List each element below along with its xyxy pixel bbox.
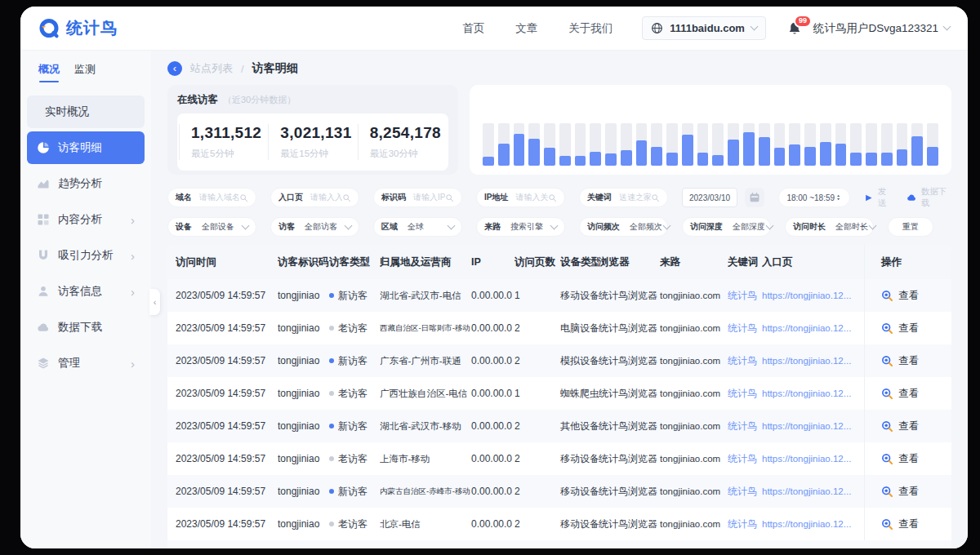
entry-page-link[interactable]: https://tongjiniao.12... — [762, 388, 864, 398]
view-button[interactable]: 查看 — [898, 289, 919, 303]
visitor-type-dot — [329, 391, 334, 396]
filter-label: 域名 — [176, 192, 192, 203]
sidebar-item[interactable]: 实时概况 — [27, 95, 145, 128]
main-content: ‹ 站点列表 / 访客明细 在线访客 （近30分钟数据） 1,311,512 — [151, 51, 968, 548]
select-filter[interactable]: 访问深度 全部深度 — [682, 217, 771, 237]
entry-page-link[interactable]: https://tongjiniao.12... — [762, 291, 864, 300]
bar-track — [743, 123, 755, 166]
bar-track — [820, 123, 831, 166]
col-visitor-id: 访客标识码 — [278, 255, 329, 269]
data-download-button[interactable]: 数据下载 — [906, 186, 951, 209]
entry-page-link[interactable]: https://tongjiniao.12... — [762, 454, 864, 464]
keyword-link[interactable]: 统计鸟 — [728, 485, 762, 499]
view-button[interactable]: 查看 — [898, 354, 919, 368]
entry-page-link[interactable]: https://tongjiniao.12... — [762, 421, 864, 431]
topnav-link[interactable]: 首页 — [462, 21, 484, 36]
sidebar-item[interactable]: 管理 › — [27, 347, 145, 380]
view-button[interactable]: 查看 — [898, 387, 919, 401]
col-referrer: 来路 — [660, 255, 728, 269]
bar-fill — [820, 142, 831, 166]
chevron-right-icon: › — [131, 286, 135, 298]
breadcrumb-site-list[interactable]: 站点列表 — [190, 61, 233, 76]
bar-track — [712, 123, 724, 166]
chevron-down-icon — [750, 23, 758, 31]
tab-monitor[interactable]: 监测 — [74, 62, 96, 82]
select-filter[interactable]: 访客 全部访客 — [270, 217, 359, 237]
visit-time: 2023/05/09 14:59:57 — [176, 388, 278, 399]
col-visitor-type: 访客类型 — [329, 255, 380, 269]
view-button[interactable]: 查看 — [898, 485, 919, 499]
back-button[interactable]: ‹ — [167, 61, 182, 76]
filter-label: IP地址 — [484, 192, 508, 203]
filter-row-search: 域名 请输入域名 入口页 请输入入口页网址 标识码 — [167, 186, 951, 209]
entry-page-link[interactable]: https://tongjiniao.12... — [762, 323, 864, 333]
keyword-link[interactable]: 统计鸟 — [728, 289, 762, 303]
search-filter-input[interactable]: 关键词 送速之家早的... — [579, 188, 668, 207]
keyword-link[interactable]: 统计鸟 — [728, 387, 762, 401]
view-magnifier-icon — [881, 355, 893, 367]
sidebar-item[interactable]: 趋势分析 — [27, 167, 145, 200]
topnav-link[interactable]: 文章 — [515, 21, 537, 36]
keyword-link[interactable]: 统计鸟 — [728, 452, 762, 466]
view-button[interactable]: 查看 — [898, 452, 919, 466]
keyword-link[interactable]: 统计鸟 — [728, 517, 762, 531]
stepper-icon — [835, 193, 842, 202]
sidebar-item[interactable]: 数据下载 — [27, 311, 145, 344]
device-type: 移动设备 — [560, 485, 599, 499]
bar-fill — [774, 148, 786, 166]
visitor-ip: 0.00.00.0 — [471, 420, 514, 432]
row-actions: 查看 — [864, 442, 951, 475]
select-filter[interactable]: 来路 搜索引擎 — [476, 217, 565, 237]
visitor-type: 老访客 — [329, 452, 380, 466]
sidebar-collapse-handle[interactable]: ‹ — [149, 289, 160, 315]
reset-button[interactable]: 重置 — [888, 217, 933, 237]
site-selector[interactable]: 1111baidu.com — [642, 16, 766, 40]
pages-visited: 2 — [514, 486, 560, 497]
calendar-button[interactable] — [745, 188, 764, 207]
search-icon — [239, 193, 248, 202]
search-filter-input[interactable]: 入口页 请输入入口页网址 — [270, 188, 359, 207]
keyword-link[interactable]: 统计鸟 — [728, 322, 762, 335]
search-filter-input[interactable]: IP地址 请输入关键词 — [476, 188, 565, 207]
tab-overview[interactable]: 概况 — [38, 62, 60, 82]
bar-track — [866, 123, 877, 166]
time-range-input[interactable]: 18:00 ~18:59 — [778, 188, 850, 207]
filter-value: 全部访客 — [305, 221, 344, 233]
topnav-link[interactable]: 关于我们 — [568, 21, 612, 36]
sidebar-item[interactable]: 内容分析 › — [27, 203, 145, 236]
bar-track — [575, 123, 586, 166]
row-actions: 查看 — [864, 475, 951, 508]
visitor-location: 广东省-广州市-联通 — [380, 355, 471, 367]
notification-bell[interactable]: 99 — [787, 21, 802, 36]
stat-value: 3,021,131 — [280, 124, 357, 142]
sidebar-item[interactable]: 访客明细 — [27, 131, 145, 164]
entry-page-link[interactable]: https://tongjiniao.12... — [762, 356, 864, 366]
date-input[interactable]: 2023/03/10 — [682, 188, 737, 207]
sidebar-item[interactable]: 访客信息 › — [27, 275, 145, 308]
select-filter[interactable]: 设备 全部设备 — [167, 217, 256, 237]
sidebar-tabs: 概况 监测 — [27, 62, 145, 82]
cloud-download-icon — [906, 192, 916, 203]
entry-page-link[interactable]: https://tongjiniao.12... — [762, 519, 864, 529]
entry-page-link[interactable]: https://tongjiniao.12... — [762, 486, 864, 496]
keyword-link[interactable]: 统计鸟 — [728, 354, 762, 368]
view-button[interactable]: 查看 — [898, 420, 919, 433]
search-filter-input[interactable]: 标识码 请输入IP地址 — [373, 188, 462, 207]
view-button[interactable]: 查看 — [898, 322, 919, 335]
filter-value: 全部时长 — [835, 221, 868, 233]
col-entry-page: 入口页 — [762, 255, 864, 269]
user-menu[interactable]: 统计鸟用户DSvga123321 — [813, 21, 950, 36]
top-nav: 首页文章关于我们 — [462, 21, 612, 36]
visitor-location: 内蒙古自治区-赤峰市-移动 — [380, 486, 471, 497]
send-button[interactable]: 发送 — [864, 186, 893, 209]
select-filter[interactable]: 访问时长 全部时长 — [785, 217, 874, 237]
search-filter-input[interactable]: 域名 请输入域名 — [167, 188, 256, 207]
chevron-down-icon — [766, 221, 774, 229]
notification-badge: 99 — [794, 15, 812, 28]
select-filter[interactable]: 访问频次 全部频次 — [579, 217, 668, 237]
view-button[interactable]: 查看 — [898, 517, 919, 531]
sidebar-item[interactable]: 吸引力分析 › — [27, 239, 145, 272]
keyword-link[interactable]: 统计鸟 — [728, 420, 762, 433]
bar-fill — [789, 144, 800, 166]
select-filter[interactable]: 区域 全球 — [373, 217, 462, 237]
